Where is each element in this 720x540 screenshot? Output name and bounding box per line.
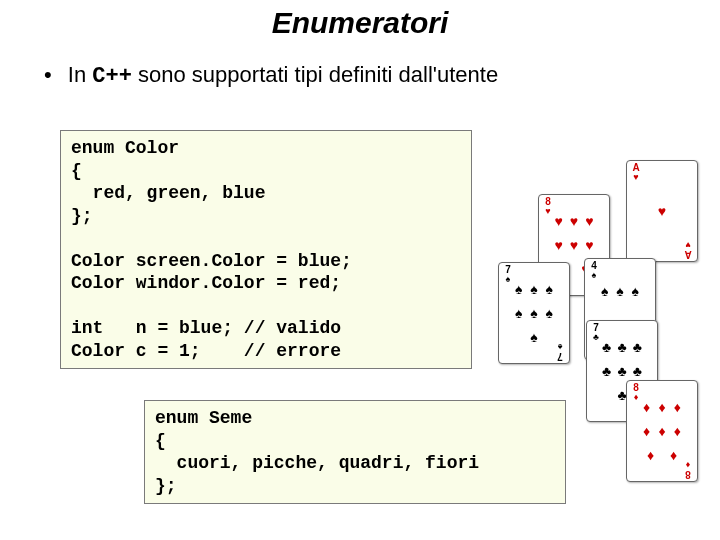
bullet-text-rest: sono supportati tipi definiti dall'utent…	[138, 62, 498, 87]
playing-card: 7♠7♠♠♠♠♠♠♠♠	[498, 262, 570, 364]
code-box-color-enum: enum Color { red, green, blue }; Color s…	[60, 130, 472, 369]
bullet-line: • In C++ sono supportati tipi definiti d…	[44, 62, 720, 89]
slide-title: Enumeratori	[0, 6, 720, 40]
bullet-marker: •	[44, 62, 52, 88]
card-pips: ♥	[639, 175, 685, 247]
code-box-seme-enum: enum Seme { cuori, picche, quadri, fiori…	[144, 400, 566, 504]
playing-cards-illustration: A♥A♥♥8♥8♥♥♥♥♥♥♥♥♥7♠7♠♠♠♠♠♠♠♠4♠4♠♠♠♠♠7♣7♣…	[486, 150, 696, 390]
bullet-text-prefix: In	[68, 62, 86, 87]
bullet-cpp: C++	[92, 64, 132, 89]
playing-card: 8♦8♦♦♦♦♦♦♦♦♦	[626, 380, 698, 482]
playing-card: A♥A♥♥	[626, 160, 698, 262]
card-pips: ♠♠♠♠♠♠♠	[511, 277, 557, 349]
card-pips: ♦♦♦♦♦♦♦♦	[639, 395, 685, 467]
